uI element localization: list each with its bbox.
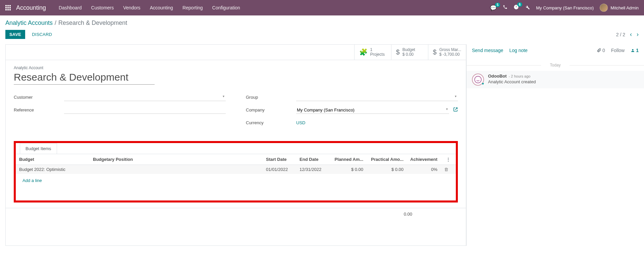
company-input[interactable] <box>296 106 449 114</box>
trash-icon[interactable]: 🗑 <box>444 167 448 172</box>
messages-icon[interactable]: 💬5 <box>490 5 497 11</box>
msg-text: Analytic Account created <box>488 79 639 84</box>
currency-value[interactable]: USD <box>296 120 305 125</box>
label-company: Company <box>246 107 296 112</box>
menu-configuration[interactable]: Configuration <box>208 0 245 15</box>
stat-gross-label: Gross Mar... <box>439 47 461 52</box>
stat-budget[interactable]: $ Budget $ 0.00 <box>391 45 428 60</box>
th-budget[interactable]: Budget <box>16 154 90 165</box>
form-sheet: 🧩 1 Projects $ Budget $ 0.00 $ Gross Mar… <box>5 44 466 246</box>
phone-icon[interactable] <box>503 5 507 11</box>
form-columns: Customer ▾ Reference <box>14 93 458 131</box>
label-group: Group <box>246 95 296 100</box>
cell-planned[interactable]: $ 0.00 <box>330 165 367 174</box>
form-col-left: Customer ▾ Reference <box>14 93 226 131</box>
table-row[interactable]: Budget 2022: Optimistic 01/01/2022 12/31… <box>16 165 456 174</box>
company-selector[interactable]: My Company (San Francisco) <box>536 5 594 10</box>
stat-gross-value: $ -3,700.00 <box>439 52 461 57</box>
user-name: Mitchell Admin <box>610 5 639 10</box>
navbar: Accounting Dashboard Customers Vendors A… <box>0 0 644 15</box>
msg-author[interactable]: OdooBot <box>488 74 507 79</box>
message-item: ♥ OdooBot - 2 hours ago Analytic Account… <box>467 71 644 88</box>
th-end[interactable]: End Date <box>296 154 330 165</box>
user-menu[interactable]: Mitchell Admin <box>600 4 639 12</box>
chatter-panel: Send message Log note 0 Follow 1 Today ♥ <box>466 44 644 246</box>
activities-badge: 6 <box>517 2 523 7</box>
company-field[interactable]: ▾ <box>296 106 449 114</box>
reference-field[interactable] <box>64 106 226 114</box>
th-achievement[interactable]: Achievement <box>407 154 441 165</box>
cell-achievement[interactable]: 0% <box>407 165 441 174</box>
control-buttons: SAVE DISCARD 2 / 2 ‹ › <box>5 30 639 41</box>
th-start[interactable]: Start Date <box>263 154 296 165</box>
customer-input[interactable] <box>64 94 226 101</box>
stat-budget-value: $ 0.00 <box>402 52 415 57</box>
stat-buttons: 🧩 1 Projects $ Budget $ 0.00 $ Gross Mar… <box>6 45 466 60</box>
th-planned[interactable]: Planned Am... <box>330 154 367 165</box>
cell-budget[interactable]: Budget 2022: Optimistic <box>16 165 90 174</box>
follow-button[interactable]: Follow <box>611 48 625 53</box>
menu-customers[interactable]: Customers <box>87 0 119 15</box>
apps-icon[interactable] <box>5 5 11 10</box>
dollar-icon: $ <box>433 48 437 56</box>
table-footer: 0.00 <box>6 208 466 220</box>
footer-total: 0.00 <box>404 212 412 217</box>
log-note-button[interactable]: Log note <box>509 48 528 53</box>
label-currency: Currency <box>246 120 296 125</box>
label-customer: Customer <box>14 95 64 100</box>
activities-icon[interactable]: 6 <box>514 4 519 11</box>
breadcrumb-separator: / <box>55 19 56 27</box>
pager-prev-icon[interactable]: ‹ <box>630 31 632 38</box>
attach-count: 0 <box>602 48 605 53</box>
customer-field[interactable]: ▾ <box>64 94 226 101</box>
app-title[interactable]: Accounting <box>16 4 46 11</box>
followers-button[interactable]: 1 <box>631 48 639 53</box>
stat-projects-label: Projects <box>370 52 385 57</box>
discard-button[interactable]: DISCARD <box>29 30 55 39</box>
menu-vendors[interactable]: Vendors <box>118 0 145 15</box>
add-line-button[interactable]: Add a line <box>19 176 45 185</box>
title-input[interactable] <box>14 71 155 85</box>
dollar-icon: $ <box>396 48 400 56</box>
group-field[interactable]: ▾ <box>296 94 458 101</box>
stat-gross[interactable]: $ Gross Mar... $ -3,700.00 <box>428 45 466 60</box>
budget-table: Budget Budgetary Position Start Date End… <box>16 154 456 200</box>
th-position[interactable]: Budgetary Position <box>90 154 263 165</box>
th-practical[interactable]: Practical Amo... <box>367 154 407 165</box>
cell-position[interactable] <box>90 165 263 174</box>
svg-point-0 <box>475 76 481 83</box>
external-link-icon[interactable] <box>453 107 458 113</box>
cell-start[interactable]: 01/01/2022 <box>263 165 296 174</box>
form-col-right: Group ▾ Company <box>246 93 458 131</box>
msg-time: - 2 hours ago <box>509 74 531 78</box>
group-input[interactable] <box>296 94 458 101</box>
messages-badge: 5 <box>495 3 500 7</box>
reference-input[interactable] <box>64 106 226 114</box>
menu-reporting[interactable]: Reporting <box>178 0 208 15</box>
cell-practical[interactable]: $ 0.00 <box>367 165 407 174</box>
navbar-right: 💬5 6 My Company (San Francisco) Mitchell… <box>490 4 639 12</box>
form-body: Analytic Account Customer ▾ <box>6 60 466 208</box>
tab-budget-items[interactable]: Budget Items <box>20 143 57 154</box>
send-message-button[interactable]: Send message <box>472 48 503 53</box>
pager-text[interactable]: 2 / 2 <box>616 32 625 37</box>
followers-count: 1 <box>636 48 639 53</box>
menu-accounting[interactable]: Accounting <box>145 0 178 15</box>
breadcrumb: Analytic Accounts / Research & Developme… <box>5 19 639 27</box>
kebab-icon[interactable]: ⋮ <box>444 157 452 162</box>
save-button[interactable]: SAVE <box>5 30 25 39</box>
tabs: Budget Items <box>16 143 456 154</box>
stat-projects[interactable]: 🧩 1 Projects <box>354 45 391 60</box>
pager-next-icon[interactable]: › <box>637 31 639 38</box>
breadcrumb-parent[interactable]: Analytic Accounts <box>5 19 53 27</box>
main-layout: 🧩 1 Projects $ Budget $ 0.00 $ Gross Mar… <box>0 42 644 248</box>
attachments-button[interactable]: 0 <box>597 48 605 53</box>
control-bar: Analytic Accounts / Research & Developme… <box>0 15 644 42</box>
stat-projects-value: 1 <box>370 47 385 52</box>
label-reference: Reference <box>14 107 64 112</box>
cell-end[interactable]: 12/31/2022 <box>296 165 330 174</box>
tools-icon[interactable] <box>525 5 530 11</box>
heart-icon: ♥ <box>482 82 484 86</box>
pager: 2 / 2 ‹ › <box>616 31 639 38</box>
menu-dashboard[interactable]: Dashboard <box>54 0 87 15</box>
